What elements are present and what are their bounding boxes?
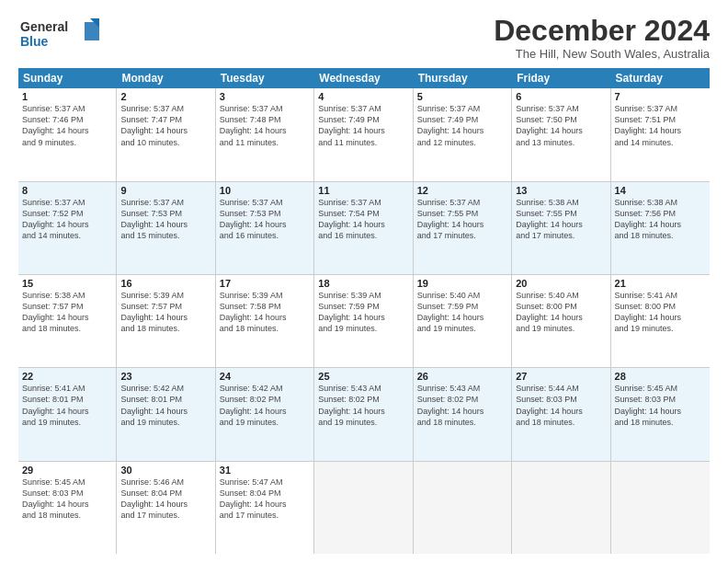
svg-text:Blue: Blue <box>20 34 49 49</box>
day-number: 18 <box>318 278 408 289</box>
day-number: 2 <box>120 91 210 102</box>
header-sunday: Sunday <box>18 68 117 88</box>
cell-content: Sunrise: 5:43 AMSunset: 8:02 PMDaylight:… <box>417 383 507 428</box>
cell-content: Sunrise: 5:45 AMSunset: 8:03 PMDaylight:… <box>22 477 112 522</box>
location: The Hill, New South Wales, Australia <box>494 47 710 61</box>
week-row-3: 15 Sunrise: 5:38 AMSunset: 7:57 PMDaylig… <box>18 275 710 368</box>
logo: General Blue <box>18 15 101 60</box>
cell-dec5: 5 Sunrise: 5:37 AMSunset: 7:49 PMDayligh… <box>414 88 512 180</box>
day-number: 9 <box>120 185 210 196</box>
cell-dec7: 7 Sunrise: 5:37 AMSunset: 7:51 PMDayligh… <box>611 88 710 180</box>
calendar-header: Sunday Monday Tuesday Wednesday Thursday… <box>18 68 710 88</box>
day-number: 19 <box>417 278 507 289</box>
cell-content: Sunrise: 5:37 AMSunset: 7:47 PMDaylight:… <box>120 103 210 148</box>
cell-content: Sunrise: 5:37 AMSunset: 7:51 PMDaylight:… <box>615 103 706 148</box>
cell-content: Sunrise: 5:37 AMSunset: 7:53 PMDaylight:… <box>220 197 310 242</box>
cell-dec26: 26 Sunrise: 5:43 AMSunset: 8:02 PMDaylig… <box>414 368 512 460</box>
cell-content: Sunrise: 5:38 AMSunset: 7:55 PMDaylight:… <box>516 197 606 242</box>
day-number: 13 <box>516 185 606 196</box>
cell-content: Sunrise: 5:43 AMSunset: 8:02 PMDaylight:… <box>318 383 408 428</box>
day-number: 1 <box>22 91 112 102</box>
title-block: December 2024 The Hill, New South Wales,… <box>494 15 710 61</box>
day-number: 8 <box>22 185 112 196</box>
cell-dec1: 1 Sunrise: 5:37 AMSunset: 7:46 PMDayligh… <box>18 88 117 180</box>
cell-dec28: 28 Sunrise: 5:45 AMSunset: 8:03 PMDaylig… <box>611 368 710 460</box>
cell-content: Sunrise: 5:39 AMSunset: 7:57 PMDaylight:… <box>120 290 210 335</box>
header-wednesday: Wednesday <box>314 68 413 88</box>
cell-dec25: 25 Sunrise: 5:43 AMSunset: 8:02 PMDaylig… <box>314 368 413 460</box>
cell-content: Sunrise: 5:37 AMSunset: 7:49 PMDaylight:… <box>417 103 507 148</box>
week-row-5: 29 Sunrise: 5:45 AMSunset: 8:03 PMDaylig… <box>18 462 710 554</box>
day-number: 27 <box>516 371 606 382</box>
cell-dec3: 3 Sunrise: 5:37 AMSunset: 7:48 PMDayligh… <box>216 88 314 180</box>
cell-dec21: 21 Sunrise: 5:41 AMSunset: 8:00 PMDaylig… <box>611 275 710 367</box>
cell-content: Sunrise: 5:37 AMSunset: 7:46 PMDaylight:… <box>22 103 112 148</box>
cell-dec18: 18 Sunrise: 5:39 AMSunset: 7:59 PMDaylig… <box>314 275 413 367</box>
cell-content: Sunrise: 5:41 AMSunset: 8:01 PMDaylight:… <box>22 383 112 428</box>
day-number: 17 <box>220 278 310 289</box>
cell-content: Sunrise: 5:37 AMSunset: 7:50 PMDaylight:… <box>516 103 606 148</box>
week-row-1: 1 Sunrise: 5:37 AMSunset: 7:46 PMDayligh… <box>18 88 710 181</box>
cell-dec13: 13 Sunrise: 5:38 AMSunset: 7:55 PMDaylig… <box>512 182 610 274</box>
cell-dec8: 8 Sunrise: 5:37 AMSunset: 7:52 PMDayligh… <box>18 182 117 274</box>
day-number: 4 <box>318 91 408 102</box>
cell-content: Sunrise: 5:44 AMSunset: 8:03 PMDaylight:… <box>516 383 606 428</box>
cell-empty-2 <box>414 462 512 554</box>
cell-content: Sunrise: 5:45 AMSunset: 8:03 PMDaylight:… <box>615 383 706 428</box>
cell-content: Sunrise: 5:38 AMSunset: 7:56 PMDaylight:… <box>615 197 706 242</box>
day-number: 15 <box>22 278 112 289</box>
cell-content: Sunrise: 5:42 AMSunset: 8:01 PMDaylight:… <box>120 383 210 428</box>
cell-dec10: 10 Sunrise: 5:37 AMSunset: 7:53 PMDaylig… <box>216 182 314 274</box>
day-number: 6 <box>516 91 606 102</box>
day-number: 22 <box>22 371 112 382</box>
cell-dec22: 22 Sunrise: 5:41 AMSunset: 8:01 PMDaylig… <box>18 368 117 460</box>
day-number: 21 <box>615 278 706 289</box>
day-number: 24 <box>220 371 310 382</box>
day-number: 7 <box>615 91 706 102</box>
day-number: 16 <box>120 278 210 289</box>
cell-dec12: 12 Sunrise: 5:37 AMSunset: 7:55 PMDaylig… <box>414 182 512 274</box>
cell-content: Sunrise: 5:37 AMSunset: 7:53 PMDaylight:… <box>120 197 210 242</box>
cell-dec6: 6 Sunrise: 5:37 AMSunset: 7:50 PMDayligh… <box>512 88 610 180</box>
cell-content: Sunrise: 5:47 AMSunset: 8:04 PMDaylight:… <box>220 477 310 522</box>
day-number: 3 <box>220 91 310 102</box>
cell-empty-3 <box>512 462 610 554</box>
cell-content: Sunrise: 5:37 AMSunset: 7:48 PMDaylight:… <box>220 103 310 148</box>
week-row-2: 8 Sunrise: 5:37 AMSunset: 7:52 PMDayligh… <box>18 182 710 275</box>
cell-content: Sunrise: 5:42 AMSunset: 8:02 PMDaylight:… <box>220 383 310 428</box>
cell-dec29: 29 Sunrise: 5:45 AMSunset: 8:03 PMDaylig… <box>18 462 117 554</box>
day-number: 5 <box>417 91 507 102</box>
day-number: 30 <box>120 465 210 476</box>
cell-dec31: 31 Sunrise: 5:47 AMSunset: 8:04 PMDaylig… <box>216 462 314 554</box>
cell-dec27: 27 Sunrise: 5:44 AMSunset: 8:03 PMDaylig… <box>512 368 610 460</box>
day-number: 31 <box>220 465 310 476</box>
cell-dec15: 15 Sunrise: 5:38 AMSunset: 7:57 PMDaylig… <box>18 275 117 367</box>
cell-empty-4 <box>611 462 710 554</box>
cell-dec9: 9 Sunrise: 5:37 AMSunset: 7:53 PMDayligh… <box>117 182 215 274</box>
cell-content: Sunrise: 5:37 AMSunset: 7:52 PMDaylight:… <box>22 197 112 242</box>
header-thursday: Thursday <box>414 68 512 88</box>
cell-content: Sunrise: 5:46 AMSunset: 8:04 PMDaylight:… <box>120 477 210 522</box>
header-monday: Monday <box>117 68 215 88</box>
cell-dec11: 11 Sunrise: 5:37 AMSunset: 7:54 PMDaylig… <box>314 182 413 274</box>
cell-content: Sunrise: 5:37 AMSunset: 7:54 PMDaylight:… <box>318 197 408 242</box>
logo-text: General Blue <box>18 15 101 60</box>
cell-content: Sunrise: 5:41 AMSunset: 8:00 PMDaylight:… <box>615 290 706 335</box>
cell-dec23: 23 Sunrise: 5:42 AMSunset: 8:01 PMDaylig… <box>117 368 215 460</box>
cell-content: Sunrise: 5:40 AMSunset: 8:00 PMDaylight:… <box>516 290 606 335</box>
day-number: 26 <box>417 371 507 382</box>
week-row-4: 22 Sunrise: 5:41 AMSunset: 8:01 PMDaylig… <box>18 368 710 461</box>
cell-dec17: 17 Sunrise: 5:39 AMSunset: 7:58 PMDaylig… <box>216 275 314 367</box>
cell-content: Sunrise: 5:40 AMSunset: 7:59 PMDaylight:… <box>417 290 507 335</box>
cell-content: Sunrise: 5:39 AMSunset: 7:58 PMDaylight:… <box>220 290 310 335</box>
cell-dec4: 4 Sunrise: 5:37 AMSunset: 7:49 PMDayligh… <box>314 88 413 180</box>
day-number: 10 <box>220 185 310 196</box>
day-number: 14 <box>615 185 706 196</box>
day-number: 11 <box>318 185 408 196</box>
month-title: December 2024 <box>494 15 710 47</box>
cell-empty-1 <box>314 462 413 554</box>
calendar-body: 1 Sunrise: 5:37 AMSunset: 7:46 PMDayligh… <box>18 88 710 554</box>
calendar: Sunday Monday Tuesday Wednesday Thursday… <box>18 68 710 554</box>
day-number: 12 <box>417 185 507 196</box>
header-friday: Friday <box>512 68 610 88</box>
